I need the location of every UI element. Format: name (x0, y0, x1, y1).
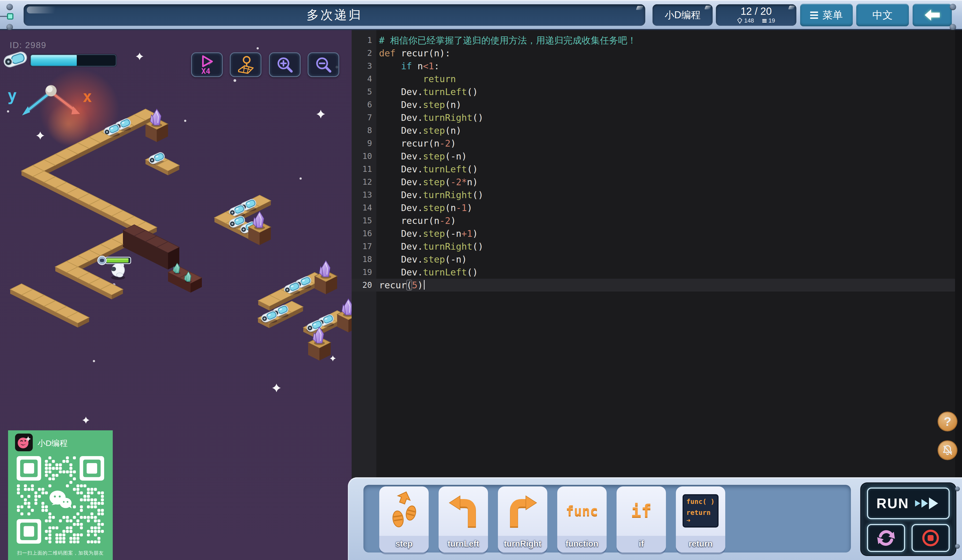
bell-muted-icon (942, 444, 954, 456)
block-label: turnLeft (439, 539, 488, 549)
block-label: if (617, 539, 666, 549)
run-button[interactable]: RUN (867, 487, 950, 519)
player-character (111, 264, 125, 280)
code-line: recur(n-2) (379, 137, 456, 150)
minimap-button[interactable] (230, 52, 261, 77)
block-card-step[interactable]: step (379, 486, 429, 552)
line-number: 17 (352, 240, 376, 253)
line-number: 7 (352, 111, 376, 124)
reset-icon (876, 528, 896, 548)
gems-count: 148 (744, 17, 754, 24)
qr-panel: 小D编程 扫一扫上面的二维码图案，加我为朋友 (8, 430, 113, 560)
code-line: Dev.turnRight() (379, 240, 483, 253)
block-label: function (557, 539, 607, 549)
qr-code (17, 456, 104, 545)
line-number: 20 (352, 279, 376, 292)
line-number: 14 (352, 201, 376, 214)
screw-icon (6, 24, 13, 30)
back-button[interactable] (913, 4, 952, 26)
line-number: 2 (352, 47, 376, 60)
map-icon (236, 55, 255, 74)
line-number: 3 (352, 60, 376, 73)
language-button[interactable]: 中文 (856, 4, 909, 26)
turn-right-arrow-icon (507, 494, 539, 528)
svg-text:X4: X4 (201, 67, 210, 75)
wire-icon (0, 16, 8, 17)
zoom-in-button[interactable] (269, 52, 301, 77)
block-card-turnLeft[interactable]: turnLeft (439, 486, 488, 552)
gems-stat: 148 (737, 17, 754, 24)
game-viewport[interactable]: ID: 2989 y x (0, 30, 352, 560)
zoom-in-icon (276, 56, 294, 74)
level-progress-button[interactable]: 12 / 20 148 19 (716, 4, 796, 26)
block-card-if[interactable]: ifif (617, 486, 666, 552)
speed-x4-button[interactable]: X4 (191, 52, 223, 77)
help-button[interactable]: ? (938, 412, 957, 431)
level-title: 多次递归 (24, 4, 645, 26)
line-number: 15 (352, 214, 376, 227)
line-number: 9 (352, 137, 376, 150)
level-counter: 12 / 20 (741, 6, 772, 16)
gem-icon (737, 18, 742, 24)
speed-x4-icon: X4 (198, 55, 216, 75)
line-number: 6 (352, 98, 376, 111)
zoom-out-button[interactable] (308, 52, 339, 77)
crystal (320, 261, 331, 279)
stop-button[interactable] (912, 524, 950, 552)
axis-y-label: y (8, 86, 17, 105)
menu-label: 菜单 (822, 8, 843, 22)
screw-icon (955, 544, 960, 549)
robot-collectible (260, 310, 278, 323)
energy-bar-fill (31, 55, 77, 66)
code-line: Dev.step(n) (379, 124, 462, 137)
line-number: 13 (352, 189, 376, 201)
app-logo-icon (15, 434, 33, 451)
help-question-icon: ? (944, 414, 951, 429)
line-number: 10 (352, 150, 376, 163)
run-play-icon (915, 496, 940, 511)
back-arrow-icon (923, 8, 941, 22)
code-line: Dev.step(-n) (379, 253, 467, 266)
block-card-function[interactable]: funcfunction (557, 486, 607, 552)
brand-button[interactable]: 小D编程 (652, 4, 713, 26)
code-line: Dev.turnLeft() (379, 163, 478, 176)
menu-button[interactable]: 菜单 (800, 4, 853, 26)
code-line: Dev.step(n) (379, 98, 462, 111)
line-number: 11 (352, 163, 376, 176)
code-line: Dev.turnRight() (379, 111, 483, 124)
energy-bar (30, 54, 116, 66)
qr-app-name: 小D编程 (37, 438, 68, 449)
code-line: recur(n-2) (379, 214, 456, 227)
list-lines-icon (762, 18, 767, 23)
line-number: 16 (352, 227, 376, 240)
block-card-return[interactable]: func( )return ➜return (676, 486, 725, 552)
level-title-text: 多次递归 (307, 7, 362, 23)
block-label: turnRight (498, 539, 547, 549)
line-number: 18 (352, 253, 376, 266)
level-substats: 148 19 (737, 17, 775, 24)
stop-icon (921, 528, 941, 548)
language-label: 中文 (872, 8, 893, 22)
code-line: Dev.turnLeft() (379, 86, 478, 98)
line-number: 5 (352, 86, 376, 98)
block-card-turnRight[interactable]: turnRight (498, 486, 547, 552)
top-bar: 多次递归 小D编程 12 / 20 148 19 (0, 0, 962, 30)
brand-label: 小D编程 (665, 9, 701, 22)
axis-gizmo: y x (0, 78, 113, 136)
code-line: # 相信你已经掌握了递归的使用方法，用递归完成收集任务吧！ (379, 34, 636, 47)
block-toolbar: step turnLeft turnRightfuncfunctionififf… (348, 477, 962, 560)
zoom-out-icon (315, 56, 332, 74)
screw-icon (955, 486, 960, 491)
line-number: 1 (352, 34, 376, 47)
function-icon: func (557, 489, 607, 533)
crystal (150, 109, 162, 127)
code-line: recur(5) (379, 279, 425, 292)
notification-mute-button[interactable] (938, 440, 957, 460)
code-line: Dev.step(-n+1) (379, 227, 478, 240)
turn-left-arrow-icon (447, 494, 479, 528)
player-health-bar (98, 256, 131, 265)
crystal (253, 211, 265, 229)
return-icon: func( )return ➜ (676, 489, 725, 533)
reset-button[interactable] (867, 524, 905, 552)
robot-capsule-icon (1, 48, 31, 72)
